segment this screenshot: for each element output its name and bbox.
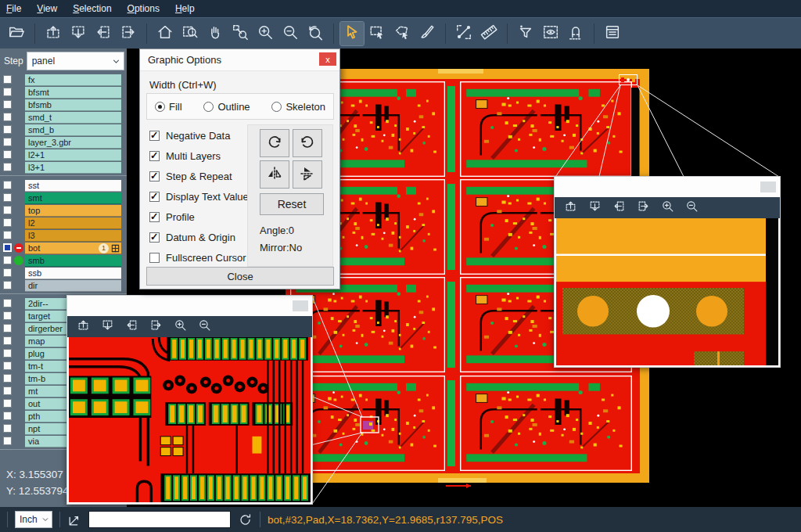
zoom-previous-button[interactable]: [304, 22, 327, 45]
drag-zoom-button[interactable]: [228, 22, 252, 45]
snap-magnet-button[interactable]: [564, 22, 587, 45]
layer-visibility-checkbox[interactable]: [3, 256, 12, 264]
view-options-button[interactable]: [539, 22, 562, 45]
magnifier-view-pad-detail[interactable]: [556, 218, 778, 365]
magnifier-window-top-right[interactable]: [554, 176, 781, 368]
pan-up-button[interactable]: [41, 22, 65, 45]
layer-pill[interactable]: bfsmt: [25, 87, 121, 99]
layer-visibility-checkbox[interactable]: [3, 138, 12, 146]
layer-pill[interactable]: smb: [25, 255, 121, 267]
radio-dot[interactable]: [155, 102, 165, 112]
select-rect-button[interactable]: [365, 22, 389, 45]
checkbox[interactable]: [149, 192, 160, 202]
clean-brush-button[interactable]: [415, 22, 439, 45]
select-polygon-button[interactable]: [390, 22, 414, 45]
layer-pill[interactable]: l2+1: [25, 149, 121, 161]
layer-visibility-checkbox[interactable]: [3, 324, 12, 332]
reset-button[interactable]: Reset: [260, 193, 324, 215]
open-folder-button[interactable]: [5, 22, 28, 45]
pan-right-button[interactable]: [117, 22, 140, 45]
home-button[interactable]: [153, 22, 177, 45]
layer-pill[interactable]: bot1: [25, 243, 121, 254]
checkbox[interactable]: [149, 232, 160, 243]
layer-visibility-checkbox[interactable]: [3, 75, 12, 84]
layer-visibility-checkbox[interactable]: [3, 113, 12, 121]
radio-dot[interactable]: [271, 102, 282, 112]
checkbox[interactable]: [149, 131, 160, 141]
magnifier-window-bottom-left[interactable]: [66, 295, 313, 505]
zoom-in-button[interactable]: [253, 22, 277, 45]
magnifier-titlebar[interactable]: [555, 177, 780, 197]
step-select[interactable]: panel: [27, 52, 124, 70]
magnifier-titlebar[interactable]: [67, 296, 312, 316]
layer-pill[interactable]: l2: [25, 217, 121, 229]
pan-left-button[interactable]: [124, 319, 139, 335]
zoom-in-button[interactable]: [172, 319, 188, 335]
layer-pill[interactable]: bfsmb: [25, 99, 121, 111]
layer-visibility-checkbox[interactable]: [3, 268, 12, 277]
layer-pill[interactable]: layer_3.gbr: [25, 137, 121, 149]
layer-row-l3[interactable]: l3: [0, 230, 127, 242]
layer-pill[interactable]: fx: [25, 74, 121, 86]
layer-visibility-checkbox[interactable]: [3, 218, 12, 227]
rotate-ccw-button[interactable]: [293, 129, 322, 157]
layer-visibility-checkbox[interactable]: [3, 311, 12, 320]
layer-visibility-checkbox[interactable]: [3, 163, 12, 171]
select-cursor-button[interactable]: [340, 22, 364, 45]
checkbox[interactable]: [149, 212, 160, 222]
close-button[interactable]: Close: [146, 267, 334, 286]
layer-pill[interactable]: smd_t: [25, 112, 121, 124]
pan-down-button[interactable]: [66, 22, 90, 45]
layer-visibility-checkbox[interactable]: [3, 399, 12, 408]
layer-row-smd_b[interactable]: smd_b: [0, 124, 127, 136]
layer-row-dir[interactable]: dir: [0, 280, 127, 292]
checkbox[interactable]: [149, 151, 160, 161]
layer-visibility-checkbox[interactable]: [3, 243, 12, 252]
layer-pill[interactable]: smd_b: [25, 124, 121, 136]
popup-window-button[interactable]: [293, 300, 308, 311]
radio-dot[interactable]: [203, 102, 214, 112]
layer-visibility-checkbox[interactable]: [3, 281, 12, 289]
zoom-out-button[interactable]: [278, 22, 302, 45]
flip-v-button[interactable]: [293, 160, 322, 189]
layer-pill[interactable]: sst: [25, 180, 121, 192]
radio-outline[interactable]: Outline: [203, 101, 250, 113]
layer-visibility-checkbox[interactable]: [3, 181, 12, 189]
dialog-titlebar[interactable]: Graphic Options: [140, 49, 339, 71]
layer-visibility-checkbox[interactable]: [3, 386, 12, 395]
layer-pill[interactable]: ssb: [25, 268, 121, 279]
layer-visibility-checkbox[interactable]: [3, 424, 12, 433]
layer-row-l2+1[interactable]: l2+1: [0, 149, 127, 161]
sync-icon[interactable]: [238, 512, 253, 527]
checkbox[interactable]: [149, 253, 160, 263]
menu-file[interactable]: File: [6, 3, 21, 14]
pan-left-button[interactable]: [92, 22, 115, 45]
measure-ruler-button[interactable]: [477, 22, 501, 45]
layer-pill[interactable]: dir: [25, 280, 121, 292]
pan-right-button[interactable]: [635, 200, 651, 216]
checkbox-row-step-repeat[interactable]: Step & Repeat: [149, 170, 232, 182]
measure-line-button[interactable]: [452, 22, 476, 45]
layer-visibility-checkbox[interactable]: [3, 437, 12, 445]
flip-h-button[interactable]: [260, 160, 289, 189]
pan-up-button[interactable]: [562, 200, 578, 216]
layer-row-l2[interactable]: l2: [0, 217, 127, 229]
layer-visibility-checkbox[interactable]: [3, 100, 12, 109]
grid-icon[interactable]: [111, 244, 120, 253]
menu-help[interactable]: Help: [175, 3, 195, 14]
layer-row-layer_3.gbr[interactable]: layer_3.gbr: [0, 137, 127, 149]
menu-selection[interactable]: Selection: [73, 3, 111, 14]
layer-pill[interactable]: l3: [25, 230, 121, 242]
popup-window-button[interactable]: [760, 182, 776, 192]
checkbox-row-datum-origin[interactable]: Datum & Origin: [149, 231, 235, 243]
layer-active-indicator-red[interactable]: [14, 243, 23, 253]
zoom-window-button[interactable]: [178, 22, 202, 45]
checkbox-row-negative-data[interactable]: Negative Data: [149, 129, 230, 142]
rotate-cw-button[interactable]: [260, 129, 289, 157]
checkbox-row-fullscreen-cursor[interactable]: Fullscreen Cursor: [149, 251, 246, 264]
pan-right-button[interactable]: [148, 319, 163, 335]
layer-row-sst[interactable]: sst: [0, 180, 127, 192]
radio-skeleton[interactable]: Skeleton: [271, 101, 325, 113]
filter-button[interactable]: [514, 22, 537, 45]
menu-options[interactable]: Options: [128, 3, 160, 14]
